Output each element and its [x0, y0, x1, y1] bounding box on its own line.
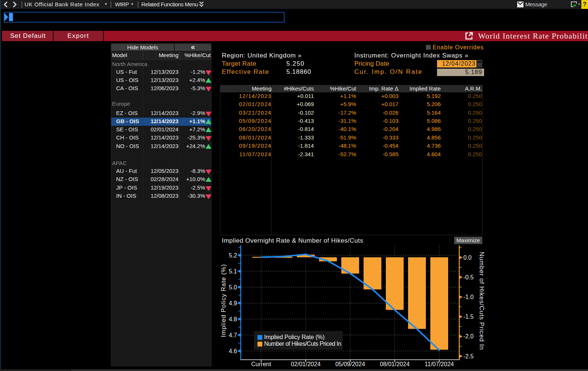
svg-text:4.9: 4.9 — [229, 300, 237, 306]
svg-text:-1.0: -1.0 — [463, 294, 474, 300]
svg-text:05/09/2024: 05/09/2024 — [335, 361, 365, 367]
svg-text:-2.5: -2.5 — [463, 353, 474, 359]
svg-text:4.6: 4.6 — [229, 348, 237, 354]
svg-text:Current: Current — [251, 361, 271, 367]
svg-text:-0.5: -0.5 — [463, 274, 474, 280]
svg-text:0.0: 0.0 — [463, 255, 472, 261]
svg-text:11/07/2024: 11/07/2024 — [425, 361, 454, 367]
svg-text:4.7: 4.7 — [229, 332, 237, 338]
svg-text:-2.0: -2.0 — [463, 333, 474, 339]
svg-text:5.1: 5.1 — [229, 268, 237, 275]
svg-text:5.0: 5.0 — [229, 284, 237, 290]
svg-text:-1.5: -1.5 — [463, 313, 474, 320]
svg-text:Implied Policy Rate (%): Implied Policy Rate (%) — [220, 264, 227, 337]
svg-text:08/01/2024: 08/01/2024 — [380, 361, 410, 367]
svg-text:4.8: 4.8 — [229, 316, 237, 322]
svg-text:02/01/2024: 02/01/2024 — [291, 361, 321, 367]
svg-text:Number of Hikes/Cuts Priced In: Number of Hikes/Cuts Priced In — [478, 252, 485, 350]
svg-text:5.2: 5.2 — [229, 252, 237, 259]
